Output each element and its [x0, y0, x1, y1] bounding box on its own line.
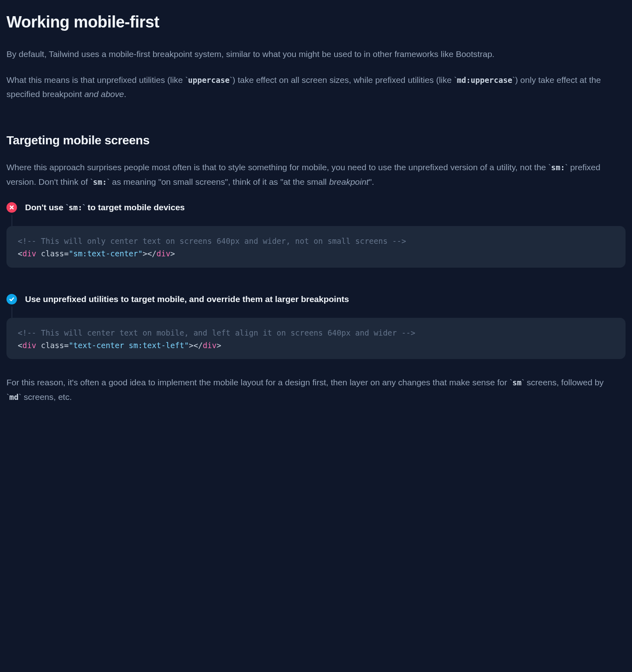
inline-code-sm-title: sm: — [69, 203, 82, 212]
code-tag: div — [22, 249, 36, 258]
code-string: text-center sm:text-left — [73, 341, 184, 350]
inline-code-sm-1: sm: — [551, 163, 565, 172]
code-attr: class — [41, 249, 64, 258]
text-fragment: ) take effect on all screen sizes, while… — [232, 75, 454, 85]
text-fragment: to target mobile devices — [85, 203, 185, 212]
text-fragment: . — [124, 89, 126, 99]
callout-dont-title: Don't use `sm:` to target mobile devices — [25, 200, 185, 215]
code-comment: <!-- This will center text on mobile, an… — [18, 328, 415, 337]
callout-do-header: Use unprefixed utilities to target mobil… — [6, 292, 626, 306]
connector-line — [12, 215, 12, 226]
inline-code-uppercase: uppercase — [188, 76, 230, 85]
emphasis-breakpoint: breakpoint — [329, 177, 369, 186]
heading-working-mobile-first: Working mobile-first — [6, 8, 626, 36]
text-fragment: Where this approach surprises people mos… — [6, 163, 548, 172]
text-fragment: What this means is that unprefixed utili… — [6, 75, 185, 85]
emphasis-and-above: and above — [84, 89, 124, 99]
inline-code-md-uppercase: md:uppercase — [457, 76, 512, 85]
inline-code-sm-2: sm: — [93, 178, 107, 186]
text-fragment: For this reason, it's often a good idea … — [6, 378, 510, 387]
callout-dont: Don't use `sm:` to target mobile devices… — [6, 200, 626, 267]
code-string: sm:text-center — [73, 249, 138, 258]
text-fragment: screens, etc. — [21, 392, 72, 402]
inline-code-sm-closing: sm — [512, 378, 522, 387]
code-attr: class — [41, 341, 64, 350]
connector-line — [12, 306, 12, 318]
heading-targeting-mobile-screens: Targeting mobile screens — [6, 130, 626, 150]
closing-paragraph: For this reason, it's often a good idea … — [6, 375, 621, 404]
text-fragment: Don't use — [25, 203, 66, 212]
callout-do: Use unprefixed utilities to target mobil… — [6, 292, 626, 359]
code-block-dont: <!-- This will only center text on scree… — [6, 226, 626, 268]
code-block-do: <!-- This will center text on mobile, an… — [6, 318, 626, 359]
inline-code-md-closing: md — [9, 393, 19, 402]
text-fragment: screens, followed by — [525, 378, 604, 387]
code-content-do[interactable]: <!-- This will center text on mobile, an… — [6, 327, 626, 359]
code-content-dont[interactable]: <!-- This will only center text on scree… — [6, 235, 626, 268]
callout-do-title: Use unprefixed utilities to target mobil… — [25, 292, 349, 306]
code-comment: <!-- This will only center text on scree… — [18, 237, 406, 245]
code-tag-close: div — [156, 249, 170, 258]
callout-dont-header: Don't use `sm:` to target mobile devices — [6, 200, 626, 215]
code-tag: div — [22, 341, 36, 350]
intro-paragraph-2: What this means is that unprefixed utili… — [6, 73, 621, 101]
intro-paragraph-1: By default, Tailwind uses a mobile-first… — [6, 47, 621, 61]
code-tag-close: div — [203, 341, 217, 350]
text-fragment: as meaning "on small screens", think of … — [110, 177, 329, 186]
x-icon — [6, 202, 17, 213]
sub-paragraph-1: Where this approach surprises people mos… — [6, 160, 621, 189]
text-fragment: ". — [369, 177, 374, 186]
check-icon — [6, 294, 17, 304]
